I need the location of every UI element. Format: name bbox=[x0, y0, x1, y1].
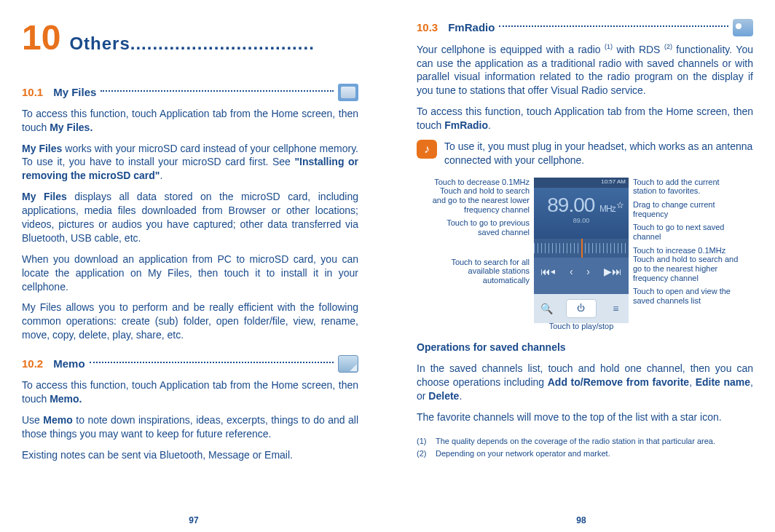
label-add-favorite: Touch to add the current station to favo… bbox=[633, 178, 745, 196]
body-text: The favorite channels will move to the t… bbox=[417, 410, 753, 424]
section-number: 10.1 bbox=[22, 85, 43, 100]
phone-mock: 10:57 AM ☆ 89.00 MHz 89.00 ⏮◀ ‹ › ▶⏭ 🔍 ⏻… bbox=[534, 178, 629, 323]
frequency-value: 89.00 bbox=[547, 194, 594, 216]
body-text: In the saved channels list, touch and ho… bbox=[417, 362, 753, 403]
status-bar: 10:57 AM bbox=[534, 178, 629, 188]
body-text: To access this function, touch Applicati… bbox=[22, 107, 358, 135]
scale-needle[interactable] bbox=[581, 239, 583, 258]
footnote-text-1: The quality depends on the coverage of t… bbox=[436, 436, 715, 447]
frequency-display: ☆ 89.00 MHz 89.00 bbox=[534, 188, 629, 239]
body-text: My Files works with your microSD card in… bbox=[22, 142, 358, 183]
frequency-scale[interactable] bbox=[534, 239, 629, 258]
chapter-dots: ................................. bbox=[130, 33, 315, 53]
body-text: To access this function, touch Applicati… bbox=[22, 378, 358, 406]
search-icon[interactable]: 🔍 bbox=[540, 302, 554, 315]
radio-icon bbox=[733, 19, 753, 36]
labels-right: Touch to add the current station to favo… bbox=[629, 178, 745, 310]
files-icon bbox=[338, 84, 358, 101]
section-10-1-head: 10.1 My Files bbox=[22, 84, 358, 101]
note-box: ♪ To use it, you must plug in your heads… bbox=[417, 140, 753, 167]
body-text: When you download an application from PC… bbox=[22, 253, 358, 294]
body-text: My Files allows you to perform and be re… bbox=[22, 301, 358, 342]
footnote-text-2: Depending on your network operator and m… bbox=[436, 448, 610, 459]
page-number: 97 bbox=[189, 515, 198, 526]
phone-wrap: 10:57 AM ☆ 89.00 MHz 89.00 ⏮◀ ‹ › ▶⏭ 🔍 ⏻… bbox=[534, 178, 629, 331]
section-title: FmRadio bbox=[448, 20, 495, 35]
chapter-title: Others bbox=[69, 33, 130, 53]
footnotes: (1)The quality depends on the coverage o… bbox=[417, 436, 753, 459]
chapter-title-wrap: Others................................. bbox=[69, 32, 314, 55]
body-text: To access this function, touch Applicati… bbox=[417, 105, 753, 132]
section-number: 10.3 bbox=[417, 20, 438, 35]
footnote-mark-1: (1) bbox=[417, 436, 430, 447]
left-page: 10 Others...............................… bbox=[0, 0, 388, 532]
label-increase: Touch to increase 0.1MHz Touch and hold … bbox=[633, 246, 745, 283]
chapter-number: 10 bbox=[22, 15, 60, 62]
body-text: My Files displays all data stored on the… bbox=[22, 190, 358, 245]
note-text: To use it, you must plug in your headset… bbox=[444, 140, 753, 167]
star-icon[interactable]: ☆ bbox=[616, 201, 624, 211]
play-stop-button[interactable]: ⏻ bbox=[566, 299, 597, 318]
label-prev-saved: Touch to go to previous saved channel bbox=[425, 218, 530, 237]
section-dots bbox=[499, 25, 728, 27]
page-number: 98 bbox=[576, 515, 586, 526]
chapter-heading: 10 Others...............................… bbox=[22, 15, 358, 62]
status-time: 10:57 AM bbox=[601, 178, 626, 185]
subheading: Operations for saved channels bbox=[417, 341, 753, 354]
right-page: 10.3 FmRadio Your cellphone is equipped … bbox=[388, 0, 775, 532]
section-title: My Files bbox=[53, 85, 96, 100]
section-10-2-head: 10.2 Memo bbox=[22, 355, 358, 373]
body-text: Use Memo to note down inspirations, idea… bbox=[22, 413, 358, 441]
label-search-auto: Touch to search for all available statio… bbox=[425, 258, 530, 285]
body-text: Existing notes can be sent via Bluetooth… bbox=[22, 448, 358, 462]
section-dots bbox=[90, 362, 334, 363]
control-row: ⏮◀ ‹ › ▶⏭ bbox=[534, 258, 629, 285]
label-decrease: Touch to decrease 0.1MHz Touch and hold … bbox=[425, 178, 530, 215]
section-dots bbox=[101, 90, 334, 92]
next-saved-button[interactable]: ▶⏭ bbox=[604, 266, 622, 277]
radio-diagram: Touch to decrease 0.1MHz Touch and hold … bbox=[417, 178, 753, 331]
bottom-bar: 🔍 ⏻ ≡ bbox=[534, 294, 629, 323]
section-10-3-head: 10.3 FmRadio bbox=[417, 19, 753, 36]
label-drag-freq: Drag to change current frequency bbox=[633, 200, 745, 218]
body-text: Your cellphone is equipped with a radio … bbox=[417, 42, 753, 98]
memo-icon bbox=[338, 355, 358, 373]
labels-left: Touch to decrease 0.1MHz Touch and hold … bbox=[425, 178, 534, 290]
label-open-list: Touch to open and view the saved channel… bbox=[633, 287, 745, 305]
frequency-small: 89.00 bbox=[534, 217, 629, 224]
footnote-mark-2: (2) bbox=[417, 448, 430, 459]
section-number: 10.2 bbox=[22, 357, 43, 371]
prev-saved-button[interactable]: ⏮◀ bbox=[540, 266, 556, 277]
label-next-saved: Touch to go to next saved channel bbox=[633, 223, 745, 241]
frequency-unit: MHz bbox=[599, 204, 615, 214]
footnote-ref-2: (2) bbox=[664, 43, 672, 50]
list-icon[interactable]: ≡ bbox=[609, 302, 622, 315]
section-title: Memo bbox=[53, 357, 84, 371]
footnote-ref-1: (1) bbox=[605, 43, 613, 50]
freq-up-button[interactable]: › bbox=[586, 266, 590, 277]
freq-down-button[interactable]: ‹ bbox=[570, 266, 573, 277]
headset-icon: ♪ bbox=[417, 140, 437, 159]
